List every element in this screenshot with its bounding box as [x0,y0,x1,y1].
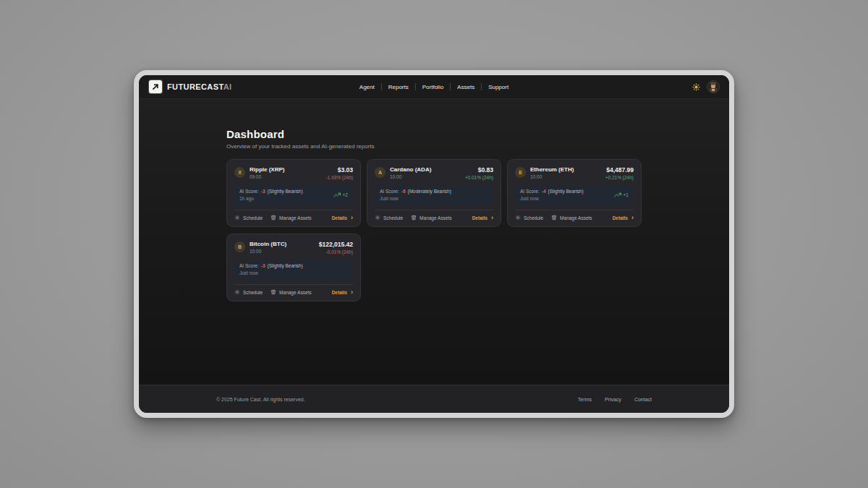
ai-score-panel: AI Score: -3 (Slightly Bearish) Just now [234,260,353,279]
details-button[interactable]: Details › [332,215,353,221]
asset-name: Cardano (ADA) [390,166,431,173]
manage-assets-button[interactable]: Manage Assets [551,215,592,221]
ai-sentiment: (Moderately Bearish) [408,189,451,194]
gear-icon [515,215,521,221]
footer-link-terms[interactable]: Terms [578,397,592,402]
ai-score-panel: AI Score: -3 (Slightly Bearish) 1h ago +… [234,185,353,205]
asset-price: $4,487.99 [605,166,634,174]
asset-time: 09:00 [250,174,284,179]
report-age: Just now [239,270,303,275]
schedule-button[interactable]: Schedule [515,215,543,221]
ai-score-value: -3 [261,189,265,194]
app-window: FUTURECASTAI Agent Reports Portfolio Ass… [134,70,734,418]
schedule-button[interactable]: Schedule [375,215,403,221]
ai-score-label: AI Score: [520,189,540,194]
manage-assets-button[interactable]: Manage Assets [271,215,311,221]
details-button[interactable]: Details › [472,215,493,221]
ai-score-panel: AI Score: -6 (Moderately Bearish) Just n… [375,185,493,205]
asset-card: A Cardano (ADA) 10:00 $0.83 +0.01% (24h)… [367,159,501,227]
asset-name: Bitcoin (BTC) [250,241,286,247]
ai-score-panel: AI Score: -4 (Slightly Bearish) Just now… [515,185,634,205]
avatar-image [707,81,719,93]
ai-score-label: AI Score: [380,189,399,194]
schedule-button[interactable]: Schedule [234,289,263,295]
asset-name: Ethereum (ETH) [530,166,574,173]
card-header: X Ripple (XRP) 09:00 $3.03 -1.93% (24h) [234,166,353,180]
page-title: Dashboard [226,128,642,140]
asset-price: $122,015.42 [319,241,353,248]
nav-item-portfolio[interactable]: Portfolio [422,84,443,90]
footer-link-contact[interactable]: Contact [634,397,652,402]
card-actions: Schedule Manage Assets Details › [375,210,493,221]
trend-indicator: +2 [333,192,348,198]
chevron-right-icon: › [631,215,634,220]
trend-value: +1 [624,192,629,197]
cards-grid: X Ripple (XRP) 09:00 $3.03 -1.93% (24h) … [226,159,642,301]
details-button[interactable]: Details › [332,290,353,295]
gear-icon [234,289,240,295]
price-change: -0.01% (24h) [319,249,353,254]
footer-link-privacy[interactable]: Privacy [605,397,621,402]
trend-up-icon [614,192,621,198]
card-header: E Ethereum (ETH) 10:00 $4,487.99 +0.21% … [515,166,634,180]
ai-sentiment: (Slightly Bearish) [548,189,584,194]
report-age: Just now [380,196,451,201]
asset-letter-badge: E [515,167,526,178]
brand[interactable]: FUTURECASTAI [149,80,232,93]
asset-price: $0.83 [465,166,493,174]
report-age: Just now [520,196,584,201]
chevron-right-icon: › [491,215,493,220]
nav-separator [450,83,451,90]
asset-letter-badge: A [375,167,386,178]
asset-letter-badge: X [234,167,245,178]
chevron-right-icon: › [351,215,353,220]
ai-sentiment: (Slightly Bearish) [268,189,303,194]
card-header: A Cardano (ADA) 10:00 $0.83 +0.01% (24h) [375,166,493,180]
trash-icon [271,215,276,221]
nav-separator [381,83,382,90]
gear-icon [234,215,240,221]
nav-item-assets[interactable]: Assets [457,84,475,90]
ai-score-value: -3 [261,263,265,268]
theme-toggle-button[interactable] [692,83,700,91]
ai-score-label: AI Score: [239,189,259,194]
asset-time: 10:00 [390,174,431,179]
manage-assets-button[interactable]: Manage Assets [411,215,451,221]
main-content: Dashboard Overview of your tracked asset… [139,99,729,385]
asset-name: Ripple (XRP) [250,166,284,173]
card-actions: Schedule Manage Assets Details › [234,210,353,221]
ai-score-label: AI Score: [239,263,259,268]
report-age: 1h ago [239,196,303,201]
price-change: +0.01% (24h) [465,175,493,180]
nav-item-reports[interactable]: Reports [388,84,409,90]
trend-up-icon [333,192,341,198]
price-change: -1.93% (24h) [326,175,353,180]
asset-letter-badge: B [234,241,245,252]
main-nav: Agent Reports Portfolio Assets Support [359,75,509,98]
nav-item-support[interactable]: Support [488,84,509,90]
gear-icon [375,215,380,221]
ai-score-value: -6 [401,189,406,194]
schedule-button[interactable]: Schedule [234,215,263,221]
brand-name: FUTURECASTAI [167,82,232,91]
footer-links: Terms Privacy Contact [578,397,652,402]
asset-card: B Bitcoin (BTC) 10:00 $122,015.42 -0.01%… [226,234,361,301]
trash-icon [551,215,557,221]
card-header: B Bitcoin (BTC) 10:00 $122,015.42 -0.01%… [234,241,353,254]
navbar-actions [692,81,719,93]
trend-value: +2 [343,192,348,197]
manage-assets-button[interactable]: Manage Assets [271,289,311,295]
nav-separator [481,83,482,90]
trash-icon [411,215,417,221]
ai-sentiment: (Slightly Bearish) [268,263,303,268]
price-change: +0.21% (24h) [605,175,634,180]
details-button[interactable]: Details › [613,215,634,221]
ai-score-value: -4 [542,189,546,194]
card-actions: Schedule Manage Assets Details › [515,210,634,221]
navbar: FUTURECASTAI Agent Reports Portfolio Ass… [139,75,729,99]
nav-item-agent[interactable]: Agent [359,84,375,90]
page-footer: © 2025 Future Cast. All rights reserved.… [139,385,729,413]
asset-card: E Ethereum (ETH) 10:00 $4,487.99 +0.21% … [507,159,642,227]
sun-icon [692,83,700,91]
user-avatar[interactable] [707,81,719,93]
